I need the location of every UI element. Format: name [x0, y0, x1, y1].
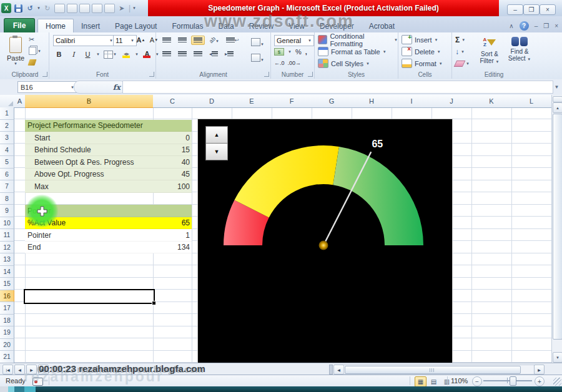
restore-button[interactable]: ❐	[523, 4, 540, 15]
undo-caret-icon[interactable]: ▼	[37, 6, 41, 10]
cell-styles-button[interactable]: Cell Styles▼	[315, 57, 398, 69]
sheet-row-7[interactable]: Max100	[25, 180, 192, 193]
column-header-L[interactable]: L	[511, 95, 551, 108]
zoom-in-icon[interactable]: +	[535, 376, 545, 386]
clear-button[interactable]: ▼	[455, 59, 470, 68]
row-header-3[interactable]: 3	[0, 132, 14, 144]
merge-center-button[interactable]: ▼	[249, 36, 267, 48]
format-cells-button[interactable]: Format▼	[398, 57, 451, 69]
copy-button[interactable]: ▼	[29, 46, 41, 56]
font-color-button[interactable]: A	[141, 49, 153, 59]
font-name-combo[interactable]: Calibri▼	[53, 35, 116, 46]
minimize-button[interactable]: –	[507, 4, 523, 15]
collapse-ribbon-icon[interactable]: ∧	[509, 22, 513, 29]
sort-filter-button[interactable]: AZ Sort & Filter ▼	[476, 34, 503, 66]
accounting-format-icon[interactable]: $	[274, 48, 284, 56]
tab-split-handle[interactable]	[329, 365, 333, 375]
row-header-11[interactable]: 11	[0, 229, 14, 242]
number-dialog-launcher-icon[interactable]	[308, 72, 313, 77]
column-header-I[interactable]: I	[392, 95, 432, 108]
clipboard-dialog-launcher-icon[interactable]	[42, 72, 47, 77]
tab-home[interactable]: Home	[37, 19, 74, 32]
find-select-button[interactable]: Find & Select ▼	[506, 34, 533, 63]
column-header-F[interactable]: F	[272, 95, 312, 108]
column-header-G[interactable]: G	[312, 95, 352, 108]
insert-function-area[interactable]: fx	[74, 81, 126, 94]
italic-button[interactable]: I	[67, 49, 79, 59]
underline-caret-icon[interactable]: ▼	[96, 52, 100, 56]
autosum-button[interactable]: Σ▼	[455, 35, 470, 44]
row-header-2[interactable]: 2	[0, 120, 14, 132]
decrease-decimal-button[interactable]: .00→	[288, 60, 302, 66]
first-sheet-icon[interactable]: |◀	[2, 365, 13, 375]
number-format-combo[interactable]: General▼	[274, 35, 314, 46]
printer-icon[interactable]	[104, 4, 115, 13]
row-header-7[interactable]: 7	[0, 180, 14, 193]
decrease-indent-button[interactable]: ◂	[207, 49, 220, 59]
conditional-formatting-button[interactable]: Conditional Formatting▼	[315, 34, 398, 46]
row-header-6[interactable]: 6	[0, 169, 14, 181]
zoom-level[interactable]: 110%	[451, 377, 468, 385]
zoom-slider-thumb[interactable]	[510, 376, 516, 386]
orientation-button[interactable]: ab▼	[207, 35, 222, 45]
fx-icon[interactable]: fx	[113, 83, 121, 92]
column-header-C[interactable]: C	[153, 95, 192, 108]
expand-formula-bar-icon[interactable]: ▼	[552, 81, 561, 92]
font-dialog-launcher-icon[interactable]	[149, 72, 154, 77]
doc-close-icon[interactable]: ×	[555, 22, 558, 29]
row-header-12[interactable]: 12	[0, 242, 14, 254]
center-button[interactable]	[175, 49, 189, 59]
sheet-row-6[interactable]: Above Opt. Progress45	[25, 169, 192, 181]
calendar-icon[interactable]	[67, 4, 77, 13]
vertical-scrollbar[interactable]: ▲ ▼	[551, 95, 562, 363]
font-size-combo[interactable]: 11▼	[113, 35, 137, 46]
format-as-table-button[interactable]: Format as Table▼	[315, 46, 398, 57]
zoom-slider-track[interactable]	[483, 380, 532, 381]
scroll-left-icon[interactable]: ◀	[333, 365, 344, 375]
row-header-20[interactable]: 20	[0, 339, 14, 351]
tab-page-layout[interactable]: Page Layout	[107, 19, 164, 32]
alignment-dialog-launcher-icon[interactable]	[264, 72, 269, 77]
column-header-J[interactable]: J	[431, 95, 472, 108]
print-preview-icon[interactable]	[54, 4, 65, 13]
column-header-A[interactable]: A	[14, 95, 26, 108]
tab-file[interactable]: File	[4, 18, 35, 32]
comma-style-button[interactable]: ,	[305, 48, 307, 56]
column-header-E[interactable]: E	[232, 95, 272, 108]
v-split-handle[interactable]	[553, 96, 562, 102]
sheet-row-12[interactable]: End134	[25, 242, 192, 254]
middle-align-button[interactable]	[175, 36, 189, 45]
row-header-18[interactable]: 18	[0, 315, 14, 327]
column-header-K[interactable]: K	[471, 95, 512, 108]
tab-insert[interactable]: Insert	[74, 19, 107, 32]
spin-up-button[interactable]: ▲	[205, 126, 228, 143]
wrap-text-button[interactable]: ↩	[224, 36, 242, 45]
scroll-right-icon[interactable]: ▶	[534, 365, 545, 375]
top-align-button[interactable]	[160, 36, 174, 45]
tab-acrobat[interactable]: Acrobat	[362, 19, 402, 32]
spin-down-button[interactable]: ▼	[205, 143, 228, 160]
chart-tool-icon[interactable]	[79, 4, 90, 13]
column-header-D[interactable]: D	[192, 95, 232, 108]
percent-style-button[interactable]: %	[295, 48, 302, 56]
h-scroll-thumb[interactable]	[345, 366, 521, 374]
fill-button[interactable]: ↓▼	[455, 47, 470, 56]
align-left-button[interactable]	[160, 49, 174, 59]
select-all-corner[interactable]	[0, 95, 15, 108]
column-header-B[interactable]: B	[25, 95, 154, 108]
insert-cells-button[interactable]: Insert▼	[398, 34, 451, 46]
horizontal-scrollbar[interactable]	[343, 365, 535, 375]
row-header-16[interactable]: 16	[0, 290, 14, 303]
excel-logo-icon[interactable]: X	[1, 3, 11, 13]
bold-button[interactable]: B	[53, 49, 65, 59]
cut-button[interactable]: ✂	[29, 35, 41, 44]
column-header-H[interactable]: H	[352, 95, 392, 108]
row-header-4[interactable]: 4	[0, 144, 14, 157]
delete-cells-button[interactable]: Delete▼	[398, 46, 451, 57]
qat-more-icon[interactable]: ▼	[132, 6, 136, 10]
row-header-9[interactable]: 9	[0, 205, 14, 217]
resize-grip[interactable]	[553, 378, 561, 386]
redo-icon[interactable]: ↻	[42, 3, 52, 13]
speedometer-chart[interactable]: 65 ▲ ▼	[197, 119, 453, 363]
row-header-14[interactable]: 14	[0, 266, 14, 278]
